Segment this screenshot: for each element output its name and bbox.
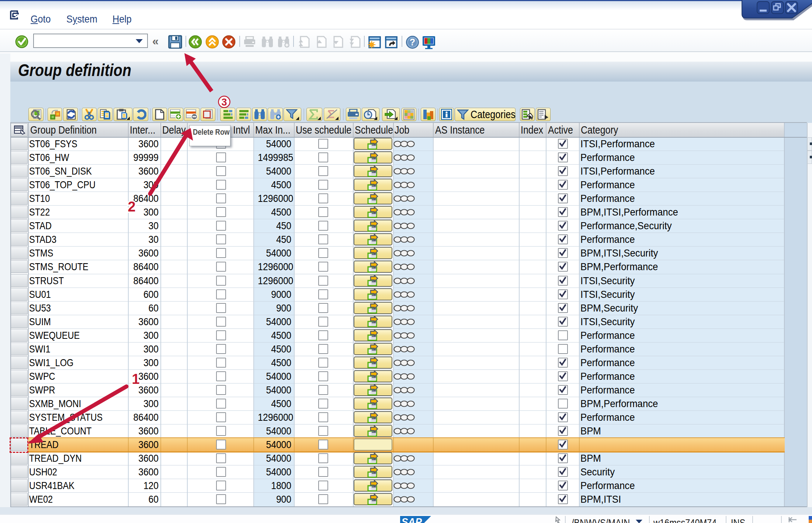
svg-text:?: ?: [410, 37, 415, 47]
svg-text:SAP: SAP: [402, 516, 422, 523]
